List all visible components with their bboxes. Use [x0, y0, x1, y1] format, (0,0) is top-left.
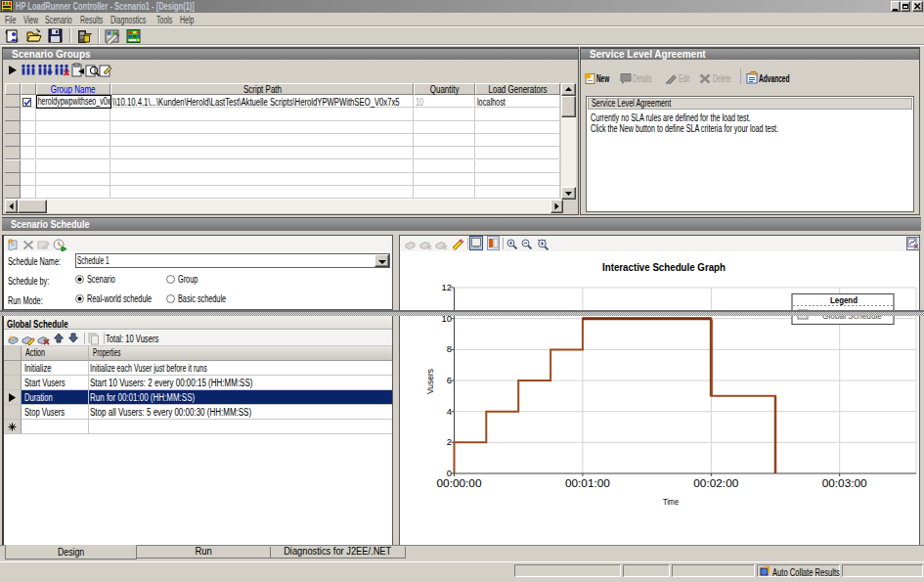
svg-text:Legend: Legend — [830, 295, 858, 305]
svg-text:4: 4 — [447, 406, 452, 417]
svg-text:8: 8 — [447, 343, 452, 354]
svg-text:00:02:00: 00:02:00 — [693, 478, 739, 489]
svg-text:0: 0 — [447, 468, 452, 478]
svg-text:00:03:00: 00:03:00 — [822, 478, 868, 489]
svg-text:00:01:00: 00:01:00 — [565, 478, 611, 489]
svg-text:00:00:00: 00:00:00 — [437, 478, 483, 489]
svg-text:12: 12 — [441, 282, 452, 292]
svg-text:6: 6 — [447, 375, 452, 385]
svg-text:Interactive Schedule Graph: Interactive Schedule Graph — [602, 261, 726, 273]
svg-text:Time: Time — [663, 496, 679, 507]
svg-text:Vusers: Vusers — [424, 369, 435, 394]
svg-text:2: 2 — [447, 436, 452, 447]
